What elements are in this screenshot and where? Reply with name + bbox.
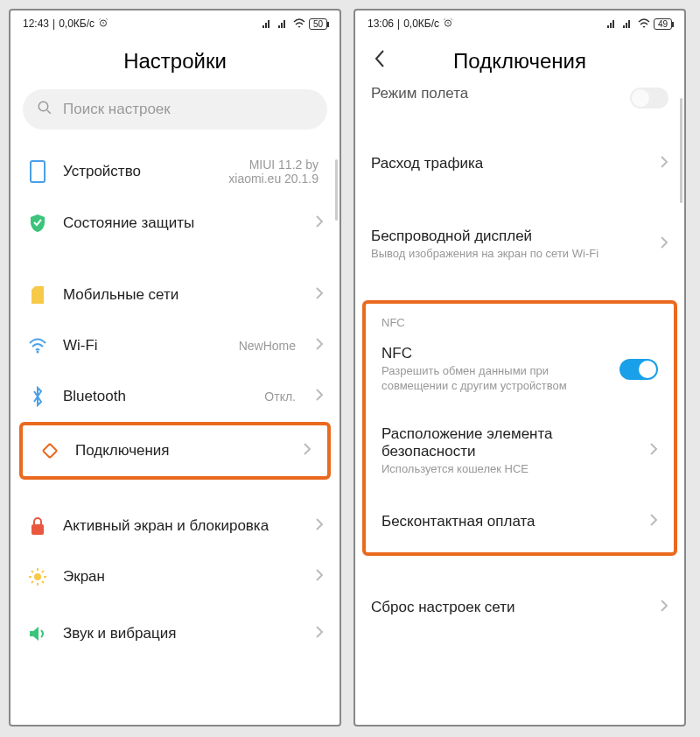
signal-icon-2 (277, 18, 290, 29)
wifi-icon (293, 18, 305, 29)
row-reset-network[interactable]: Сброс настроек сети (355, 582, 684, 633)
row-nfc[interactable]: NFC Разрешить обмен данными при совмещен… (366, 333, 674, 406)
row-value: MIUI 11.2 by xiaomi.eu 20.1.9 (214, 158, 318, 186)
row-label: Звук и вибрация (63, 625, 301, 642)
highlight-nfc-section: NFC NFC Разрешить обмен данными при совм… (362, 300, 677, 556)
chevron-right-icon (660, 235, 668, 253)
svg-point-5 (34, 573, 41, 580)
row-label: Расположение элемента безопасности (382, 425, 635, 460)
search-icon (37, 100, 52, 120)
settings-list: Устройство MIUI 11.2 by xiaomi.eu 20.1.9… (10, 145, 340, 725)
row-value: NewHome (239, 339, 296, 353)
speaker-icon (26, 625, 49, 642)
row-label: Состояние защиты (63, 214, 301, 232)
row-label: Активный экран и блокировка (63, 517, 301, 535)
status-bar: 13:06 | 0,0КБ/с 49 (355, 11, 684, 37)
svg-point-3 (37, 351, 39, 354)
row-security-status[interactable]: Состояние защиты (10, 198, 340, 249)
page-title: Настройки (10, 37, 340, 89)
back-button[interactable] (369, 49, 390, 74)
page-header: Подключения (355, 37, 684, 89)
row-label: Подключения (75, 442, 289, 460)
row-display[interactable]: Экран (10, 551, 340, 602)
toggle-airplane[interactable] (630, 88, 668, 109)
row-sub: Используется кошелек HCE (382, 462, 635, 477)
svg-point-1 (38, 102, 48, 111)
chevron-right-icon (649, 513, 658, 530)
row-sub: Разрешить обмен данными при совмещении с… (382, 364, 606, 394)
signal-icon (606, 18, 619, 29)
chevron-right-icon (315, 337, 324, 354)
bluetooth-icon (26, 386, 49, 407)
highlight-connections: Подключения (19, 422, 331, 480)
search-placeholder: Поиск настроек (63, 101, 171, 118)
row-label: Режим полета (371, 85, 468, 102)
row-label: Сброс настроек сети (371, 599, 646, 616)
connections-list: Расход трафика Беспроводной дисплей Выво… (355, 112, 684, 725)
row-label: Экран (63, 568, 301, 586)
chevron-right-icon (315, 388, 324, 405)
status-time: 12:43 (23, 18, 49, 30)
row-label: Бесконтактная оплата (382, 513, 635, 530)
chevron-right-icon (660, 599, 668, 616)
search-input[interactable]: Поиск настроек (23, 89, 327, 130)
svg-rect-2 (31, 161, 45, 182)
section-label-nfc: NFC (366, 309, 674, 333)
signal-icon-2 (622, 18, 634, 29)
chevron-right-icon (303, 442, 312, 460)
lock-icon (26, 516, 49, 536)
row-mobile-networks[interactable]: Мобильные сети (10, 270, 340, 320)
row-label: Беспроводной дисплей (371, 228, 646, 245)
row-label: Wi-Fi (63, 337, 225, 354)
scrollbar-indicator (680, 98, 682, 203)
chevron-right-icon (660, 155, 668, 172)
row-label: Bluetooth (63, 388, 250, 405)
row-lockscreen[interactable]: Активный экран и блокировка (10, 501, 340, 551)
chevron-right-icon (315, 214, 324, 232)
row-label: Устройство (63, 163, 200, 180)
device-icon (26, 160, 49, 183)
row-label: NFC (382, 345, 606, 362)
scrollbar-indicator (335, 159, 338, 221)
row-label: Расход трафика (371, 155, 646, 172)
row-secure-element[interactable]: Расположение элемента безопасности Испол… (366, 413, 674, 489)
chevron-right-icon (315, 625, 324, 642)
connections-icon (38, 441, 61, 460)
status-time: 13:06 (368, 18, 394, 30)
alarm-icon (98, 18, 108, 31)
wifi-icon (26, 338, 49, 354)
row-data-usage[interactable]: Расход трафика (355, 138, 684, 189)
phone-right-connections: 13:06 | 0,0КБ/с 49 Подключения Режим пол… (354, 9, 686, 726)
row-device[interactable]: Устройство MIUI 11.2 by xiaomi.eu 20.1.9 (10, 145, 340, 198)
page-title: Подключения (390, 49, 649, 74)
row-value: Откл. (264, 390, 296, 404)
row-sound[interactable]: Звук и вибрация (10, 602, 340, 653)
row-tap-and-pay[interactable]: Бесконтактная оплата (366, 496, 674, 547)
toggle-nfc[interactable] (620, 359, 658, 380)
status-speed: 0,0КБ/с (59, 18, 94, 30)
row-label: Мобильные сети (63, 286, 301, 304)
status-bar: 12:43 | 0,0КБ/с 50 (10, 11, 340, 37)
sim-icon (26, 285, 49, 305)
row-airplane-cut[interactable]: Режим полета (355, 89, 684, 112)
chevron-right-icon (315, 568, 324, 586)
row-bluetooth[interactable]: Bluetooth Откл. (10, 371, 340, 422)
svg-rect-4 (32, 524, 44, 535)
row-connections[interactable]: Подключения (23, 425, 327, 476)
row-wireless-display[interactable]: Беспроводной дисплей Вывод изображения н… (355, 215, 684, 274)
signal-icon (262, 18, 274, 29)
chevron-right-icon (315, 286, 324, 304)
battery-indicator: 50 (309, 18, 327, 30)
shield-icon (26, 214, 49, 233)
row-wifi[interactable]: Wi-Fi NewHome (10, 320, 340, 371)
row-sub: Вывод изображения на экран по сети Wi-Fi (371, 247, 646, 262)
wifi-icon (638, 18, 650, 29)
alarm-icon (443, 18, 453, 31)
status-speed: 0,0КБ/с (403, 18, 439, 30)
chevron-right-icon (315, 517, 324, 535)
chevron-right-icon (649, 442, 658, 460)
brightness-icon (26, 567, 49, 586)
phone-left-settings: 12:43 | 0,0КБ/с 50 Настройки Поиск настр… (9, 9, 341, 726)
battery-indicator: 49 (654, 18, 672, 30)
